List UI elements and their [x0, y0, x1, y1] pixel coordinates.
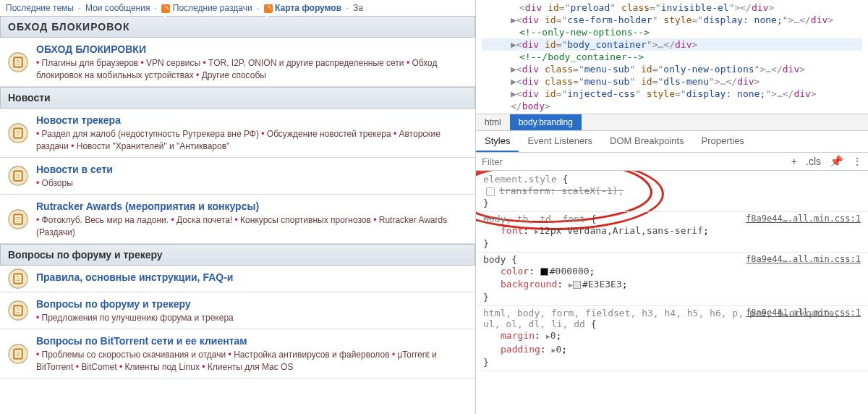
expand-icon[interactable]: ▶	[511, 76, 516, 87]
nav-recent-topics[interactable]: Последние темы	[6, 3, 74, 13]
forum-sublink[interactable]: Другие способы	[202, 70, 266, 80]
dom-tree[interactable]: <div id="preload" class="invisible-el"><…	[476, 0, 868, 114]
style-rule-font[interactable]: f8a9e44….all.min.css:1 body, th, td, fon…	[476, 212, 868, 253]
forum-title-link[interactable]: Новости трекера	[36, 113, 121, 127]
category-header[interactable]: Новости	[0, 87, 475, 109]
forum-row: Вопросы по BitTorrent сети и ее клиентам…	[0, 329, 475, 379]
forum-desc: • Плагины для браузеров • VPN сервисы • …	[36, 57, 469, 82]
styles-pane[interactable]: element.style { transform: scaleX(-1); }…	[476, 171, 868, 373]
category-header[interactable]: ОБХОД БЛОКИРОВОК	[0, 16, 475, 38]
source-link[interactable]: f8a9e44….all.min.css:1	[746, 214, 861, 224]
forum-icon	[0, 295, 36, 326]
prop-checkbox[interactable]	[486, 187, 495, 196]
forum-icon	[0, 198, 36, 240]
forum-sublink[interactable]: Обсуждение новостей трекера	[267, 129, 391, 139]
forum-row: ОБХОД БЛОКИРОВКИ• Плагины для браузеров …	[0, 38, 475, 87]
style-rule-reset[interactable]: f8a9e44….all.min.css:1 html, body, form,…	[476, 306, 868, 371]
nav-cut: За	[353, 3, 363, 13]
color-swatch[interactable]	[540, 268, 548, 276]
tab-dom-breakpoints[interactable]: DOM Breakpoints	[601, 131, 693, 152]
forum-desc: • Фотоклуб. Весь мир на ладони. • Доска …	[36, 214, 469, 239]
forum-icon	[0, 269, 36, 289]
crumb-body[interactable]: body.branding	[510, 114, 582, 130]
rss-icon	[161, 4, 170, 13]
forum-icon	[0, 161, 36, 191]
forum-desc: • Предложения по улучшению форума и трек…	[36, 312, 469, 324]
more-icon[interactable]: ⋮	[852, 156, 862, 167]
color-swatch[interactable]	[573, 281, 581, 289]
forum-sublink[interactable]: Плагины для браузеров	[42, 58, 139, 68]
forum-title-link[interactable]: Новости в сети	[36, 162, 113, 177]
forum-row: Правила, основные инструкции, FAQ-и	[0, 266, 475, 292]
forum-sublink[interactable]: Клиенты для Mac OS	[208, 362, 294, 372]
forum-sublink[interactable]: TOR, I2P, ONION и другие распределенные …	[208, 58, 404, 68]
forum-title-link[interactable]: Rutracker Awards (мероприятия и конкурсы…	[36, 199, 259, 214]
crumb-html[interactable]: html	[476, 114, 510, 130]
expand-icon[interactable]: ▶	[511, 88, 516, 99]
cls-toggle[interactable]: .cls	[806, 156, 821, 167]
forum-sublink[interactable]: Обзоры	[42, 178, 73, 188]
forum-title-link[interactable]: Правила, основные инструкции, FAQ-и	[36, 270, 233, 284]
forum-sublink[interactable]: Фотоклуб. Весь мир на ладони.	[42, 215, 169, 225]
forum-sublink[interactable]: Раздел для жалоб (недоступность Рутрекер…	[42, 129, 259, 139]
styles-tabs: Styles Event Listeners DOM Breakpoints P…	[476, 131, 868, 153]
forum-icon	[0, 111, 36, 154]
nav-recent-uploads[interactable]: Последние раздачи	[173, 3, 252, 13]
forum-row: Новости трекера• Раздел для жалоб (недос…	[0, 109, 475, 158]
style-rule-body[interactable]: f8a9e44….all.min.css:1 body { color: #00…	[476, 253, 868, 306]
add-rule-icon[interactable]: +	[791, 156, 797, 167]
forum-sublink[interactable]: Предложения по улучшению форума и трекер…	[42, 313, 234, 323]
pin-icon[interactable]: 📌	[830, 155, 843, 168]
style-rule-element[interactable]: element.style { transform: scaleX(-1); }	[476, 172, 868, 212]
forum-title-link[interactable]: ОБХОД БЛОКИРОВКИ	[36, 42, 146, 56]
devtools-panel: <div id="preload" class="invisible-el"><…	[476, 0, 868, 414]
forum-sublink[interactable]: Клиенты под Linux	[125, 362, 200, 372]
styles-filter-input[interactable]	[482, 156, 791, 167]
forum-sublink[interactable]: Проблемы со скоростью скачивания и отдач…	[42, 350, 226, 360]
forum-row: Новости в сети• Обзоры	[0, 158, 475, 195]
forum-sublink[interactable]: Доска почета!	[176, 215, 232, 225]
tab-event-listeners[interactable]: Event Listeners	[519, 131, 601, 152]
forum-icon	[0, 41, 36, 83]
category-header[interactable]: Вопросы по форуму и трекеру	[0, 244, 475, 266]
styles-filter-row: + .cls 📌 ⋮	[476, 153, 868, 171]
nav-my-messages[interactable]: Мои сообщения	[85, 3, 150, 13]
top-nav: Последние темы · Мои сообщения · Последн…	[0, 0, 475, 16]
forum-row: Вопросы по форуму и трекеру• Предложения…	[0, 292, 475, 329]
forum-sublink[interactable]: BitComet	[81, 362, 116, 372]
expand-icon[interactable]: ▶	[511, 39, 516, 50]
forum-icon	[0, 332, 36, 375]
breadcrumb: html body.branding	[476, 114, 868, 131]
forum-row: Rutracker Awards (мероприятия и конкурсы…	[0, 195, 475, 244]
forum-desc: • Раздел для жалоб (недоступность Рутрек…	[36, 128, 469, 153]
rss-icon	[264, 4, 273, 13]
source-link[interactable]: f8a9e44….all.min.css:1	[746, 308, 861, 318]
forum-sublink[interactable]: Настройка антивирусов и файерволов	[234, 350, 389, 360]
forum-title-link[interactable]: Вопросы по BitTorrent сети и ее клиентам	[36, 334, 247, 348]
expand-icon[interactable]: ▶	[511, 14, 516, 25]
forum-desc: • Обзоры	[36, 177, 469, 190]
forum-sublink[interactable]: VPN сервисы	[146, 58, 200, 68]
tab-styles[interactable]: Styles	[476, 131, 519, 152]
nav-forum-map[interactable]: Карта форумов	[275, 3, 341, 13]
expand-icon[interactable]: ▶	[511, 64, 516, 75]
source-link[interactable]: f8a9e44….all.min.css:1	[746, 254, 861, 264]
forum-sublink[interactable]: Новости "Хранителей" и "Антикваров"	[77, 141, 230, 151]
forum-page: Последние темы · Мои сообщения · Последн…	[0, 0, 476, 414]
forum-title-link[interactable]: Вопросы по форуму и трекеру	[36, 297, 191, 311]
forum-desc: • Проблемы со скоростью скачивания и отд…	[36, 349, 469, 373]
forum-sublink[interactable]: Конкурсы спортивных прогнозов	[240, 215, 371, 225]
tab-properties[interactable]: Properties	[693, 131, 753, 152]
